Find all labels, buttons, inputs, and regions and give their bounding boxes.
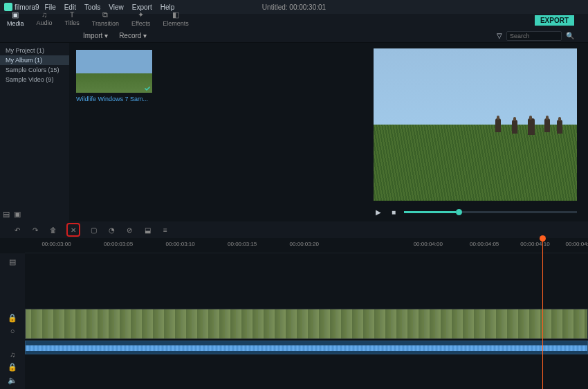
- redo-icon[interactable]: ↷: [30, 225, 40, 235]
- folder-icon[interactable]: ▣: [14, 210, 21, 219]
- audio-track-clip[interactable]: [25, 341, 588, 354]
- tab-elements[interactable]: ◧Elements: [158, 8, 196, 29]
- import-dropdown[interactable]: Import ▾: [83, 32, 108, 39]
- thumbnail-area: Wildlife Windows 7 Sam...: [69, 43, 362, 221]
- split-icon[interactable]: ✕: [66, 223, 80, 237]
- color-icon[interactable]: ⬓: [143, 225, 152, 235]
- timeline-toolbar: ↶ ↷ 🗑 ✕ ▢ ◔ ⊘ ⬓ ≡: [0, 221, 588, 238]
- timeline: 00:00:03:00 00:00:03:05 00:00:03:10 00:0…: [0, 238, 588, 389]
- playhead[interactable]: [542, 238, 543, 389]
- panel-item-project[interactable]: My Project (1): [0, 46, 69, 55]
- lock2-icon[interactable]: 🔒: [3, 363, 22, 372]
- undo-icon[interactable]: ↶: [12, 225, 22, 235]
- search-icon[interactable]: 🔍: [566, 32, 574, 39]
- crop-icon[interactable]: ▢: [89, 225, 98, 235]
- progress-knob[interactable]: [456, 209, 462, 215]
- panel-item-colors[interactable]: Sample Colors (15): [0, 65, 69, 75]
- tabs-row: ▣Media ♫Audio TTitles ⧉Transition ✦Effec…: [0, 14, 588, 29]
- transition-icon: ⧉: [102, 10, 108, 19]
- preview-pane: ▶ ■: [362, 43, 588, 221]
- folder-icon: ▣: [12, 10, 19, 19]
- export-button[interactable]: EXPORT: [535, 15, 574, 26]
- play-button[interactable]: ▶: [374, 207, 383, 217]
- main-area: My Project (1) My Album (1) Sample Color…: [0, 43, 588, 221]
- stop-button[interactable]: ■: [389, 207, 398, 217]
- media-toolbar: Import ▾ Record ▾ ▽ 🔍: [0, 29, 588, 43]
- tab-effects[interactable]: ✦Effects: [127, 8, 157, 29]
- tab-titles[interactable]: TTitles: [61, 8, 86, 29]
- elements-icon: ◧: [172, 10, 179, 19]
- tools-icon[interactable]: ≡: [160, 225, 170, 235]
- thumbnail-label: Wildlife Windows 7 Sam...: [76, 96, 152, 102]
- preview-controls: ▶ ■: [374, 205, 577, 219]
- progress-bar[interactable]: [404, 211, 577, 213]
- panel-item-album[interactable]: My Album (1): [0, 55, 69, 65]
- timeline-ruler[interactable]: 00:00:03:00 00:00:03:05 00:00:03:10 00:0…: [25, 238, 588, 253]
- track-header: ▤ 🔒 ○ ♫ 🔒 🔈: [0, 253, 25, 389]
- project-panel: My Project (1) My Album (1) Sample Color…: [0, 43, 69, 221]
- timeline-tracks: [25, 253, 588, 354]
- marker-icon[interactable]: ◔: [107, 225, 116, 235]
- text-icon: T: [70, 10, 75, 19]
- filter-icon[interactable]: ▽: [497, 32, 502, 39]
- preview-video[interactable]: [374, 48, 577, 201]
- video-track-clip[interactable]: [25, 309, 588, 339]
- record-dropdown[interactable]: Record ▾: [119, 32, 147, 39]
- tab-media[interactable]: ▣Media: [3, 8, 31, 29]
- tab-audio[interactable]: ♫Audio: [33, 8, 59, 29]
- volume-icon[interactable]: 🔈: [3, 376, 22, 385]
- media-thumbnail[interactable]: Wildlife Windows 7 Sam...: [76, 50, 152, 102]
- newfolder-icon[interactable]: ▤: [3, 210, 10, 219]
- tab-transition[interactable]: ⧉Transition: [88, 8, 126, 29]
- track-view-icon[interactable]: ▤: [3, 257, 22, 266]
- search-input[interactable]: [506, 31, 562, 41]
- effects-icon: ✦: [138, 10, 144, 19]
- music-icon: ♫: [42, 10, 47, 19]
- speed-icon[interactable]: ⊘: [125, 225, 134, 235]
- project-title: Untitled: 00:00:30:01: [262, 3, 326, 11]
- delete-icon[interactable]: 🗑: [48, 225, 58, 235]
- music-track-icon[interactable]: ♫: [3, 350, 22, 359]
- thumbnail-image: [76, 50, 152, 93]
- panel-item-video[interactable]: Sample Video (9): [0, 75, 69, 84]
- eye-icon[interactable]: ○: [3, 327, 22, 335]
- lock-icon[interactable]: 🔒: [3, 314, 22, 323]
